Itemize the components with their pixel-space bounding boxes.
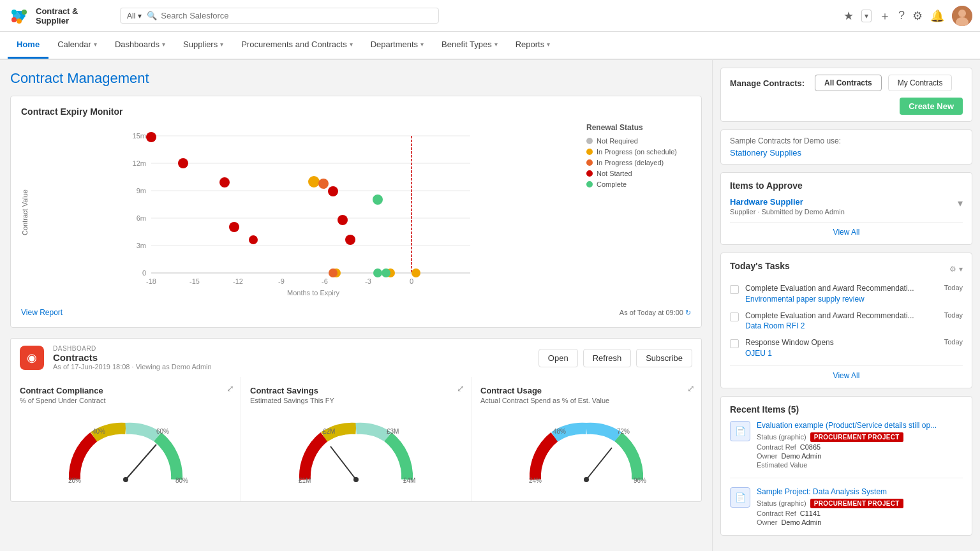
- contract-ref-label-2: Contract Ref: [757, 510, 796, 517]
- svg-text:£1M: £1M: [299, 477, 311, 484]
- nav-departments[interactable]: Departments ▾: [362, 32, 433, 59]
- dashboard-label: DASHBOARD: [53, 345, 530, 352]
- view-report-link[interactable]: View Report: [21, 308, 63, 317]
- sub-nav: Home Calendar ▾ Dashboards ▾ Suppliers ▾…: [0, 32, 980, 60]
- task-link-2[interactable]: Data Room RFI 2: [745, 321, 805, 330]
- task-link-1[interactable]: Environmental paper supply review: [745, 295, 865, 304]
- svg-text:60%: 60%: [156, 428, 169, 435]
- all-contracts-tab[interactable]: All Contracts: [815, 75, 882, 91]
- legend-dot-complete: [586, 181, 593, 187]
- savings-gauge: £1M £2M £3M £4M: [250, 409, 462, 492]
- nav-calendar[interactable]: Calendar ▾: [48, 32, 106, 59]
- help-icon[interactable]: ?: [898, 9, 905, 22]
- hardware-supplier-link[interactable]: Hardware Supplier: [730, 197, 845, 207]
- task-date-3: Today: [944, 338, 963, 346]
- svg-point-36: [338, 215, 348, 225]
- owner-value-2: Demo Admin: [781, 518, 821, 526]
- chart-footer: View Report As of Today at 09:00 ↻: [21, 308, 691, 317]
- recent-items-title: Recent Items (5): [730, 404, 963, 415]
- tasks-view-all-link[interactable]: View All: [730, 365, 963, 380]
- avatar[interactable]: [952, 6, 972, 26]
- refresh-button[interactable]: Refresh: [583, 349, 632, 367]
- items-view-all-link[interactable]: View All: [730, 222, 963, 237]
- scatter-svg: 15m 12m 9m 6m 3m 0 -18 -15 -12 -9 -6: [33, 123, 576, 302]
- legend-complete: Complete: [586, 180, 691, 188]
- favorites-icon[interactable]: ★: [843, 9, 854, 23]
- svg-text:24%: 24%: [529, 477, 542, 484]
- subscribe-button[interactable]: Subscribe: [636, 349, 692, 367]
- owner-value-1: Demo Admin: [781, 452, 821, 460]
- recent-title-2[interactable]: Sample Project: Data Analysis System: [757, 487, 963, 496]
- refresh-icon[interactable]: ↻: [685, 309, 691, 316]
- svg-point-43: [329, 268, 338, 277]
- recent-ref-row-1: Contract Ref C0865: [757, 443, 963, 451]
- task-title-1: Complete Evaluation and Award Recommenda…: [745, 284, 938, 294]
- my-contracts-tab[interactable]: My Contracts: [888, 75, 953, 91]
- expand-savings[interactable]: ⤢: [457, 383, 464, 393]
- task-checkbox-3[interactable]: [730, 339, 739, 348]
- svg-line-63: [586, 448, 612, 480]
- compliance-title: Contract Compliance: [20, 386, 232, 395]
- svg-text:9m: 9m: [137, 187, 146, 195]
- legend-in-progress-delayed: In Progress (delayed): [586, 159, 691, 166]
- as-of-text: As of Today at 09:00 ↻: [620, 309, 691, 317]
- add-icon[interactable]: ＋: [879, 8, 891, 24]
- nav-suppliers[interactable]: Suppliers ▾: [174, 32, 232, 59]
- bell-icon[interactable]: 🔔: [930, 9, 944, 23]
- legend-label-not-required: Not Required: [597, 137, 638, 145]
- dashboard-actions: Open Refresh Subscribe: [538, 349, 692, 367]
- svg-text:-15: -15: [189, 277, 200, 285]
- contract-ref-value-1: C0865: [800, 443, 820, 451]
- usage-title: Contract Usage: [480, 386, 692, 395]
- nav-benefit-types[interactable]: Benefit Types ▾: [433, 32, 507, 59]
- nav-dashboards[interactable]: Dashboards ▾: [106, 32, 174, 59]
- svg-point-58: [353, 477, 359, 482]
- legend-not-required: Not Required: [586, 137, 691, 145]
- svg-text:80%: 80%: [175, 477, 188, 484]
- svg-point-2: [22, 10, 27, 15]
- chevron-down-icon[interactable]: ▾: [958, 197, 963, 209]
- expand-usage[interactable]: ⤢: [687, 383, 695, 393]
- task-checkbox-1[interactable]: [730, 285, 739, 294]
- task-link-3[interactable]: OJEU 1: [745, 349, 772, 358]
- recent-owner-row-1: Owner Demo Admin: [757, 452, 963, 460]
- manage-bar: Manage Contracts: All Contracts My Contr…: [720, 68, 972, 122]
- open-button[interactable]: Open: [538, 349, 578, 367]
- task-date-2: Today: [944, 311, 963, 319]
- dropdown-icon[interactable]: ▾: [861, 10, 872, 22]
- svg-point-41: [412, 268, 420, 277]
- recent-est-row-1: Estimated Value: [757, 461, 963, 469]
- savings-sub: Estimated Savings This FY: [250, 397, 462, 404]
- nav-home[interactable]: Home: [8, 32, 48, 59]
- svg-text:6m: 6m: [137, 214, 146, 222]
- expand-compliance[interactable]: ⤢: [226, 383, 234, 393]
- page-title: Contract Management: [10, 70, 702, 87]
- create-new-button[interactable]: Create New: [900, 98, 963, 115]
- nav-procurements[interactable]: Procurements and Contracts ▾: [232, 32, 361, 59]
- dashboard-name: Contracts: [53, 352, 530, 363]
- search-filter[interactable]: All ▾: [127, 11, 142, 20]
- task-dropdown-icon[interactable]: ▾: [959, 265, 963, 274]
- owner-label-2: Owner: [757, 518, 777, 526]
- stationery-supplies-link[interactable]: Stationery Supplies: [730, 148, 801, 158]
- gauge-compliance: ⤢ Contract Compliance % of Spend Under C…: [11, 377, 241, 501]
- todays-tasks-card: Today's Tasks ⚙ ▾ Complete Evaluation an…: [720, 253, 972, 388]
- svg-point-38: [308, 176, 320, 187]
- chart-legend: Renewal Status Not Required In Progress …: [576, 123, 691, 302]
- svg-text:3m: 3m: [137, 242, 146, 249]
- settings-icon[interactable]: ⚙: [912, 9, 923, 23]
- legend-dot-not-started: [586, 170, 593, 177]
- svg-text:£3M: £3M: [387, 428, 399, 435]
- legend-dot-in-progress-schedule: [586, 149, 593, 155]
- legend-title: Renewal Status: [586, 123, 691, 132]
- gauge-row: ⤢ Contract Compliance % of Spend Under C…: [10, 377, 702, 502]
- search-bar[interactable]: All ▾ 🔍: [120, 8, 439, 24]
- chart-area: Contract Value 15m 12m 9m 6: [21, 123, 691, 302]
- status-label-2: Status (graphic): [757, 499, 806, 507]
- task-filter-icon[interactable]: ⚙: [949, 265, 956, 274]
- legend-dot-not-required: [586, 138, 593, 144]
- nav-reports[interactable]: Reports ▾: [507, 32, 560, 59]
- task-checkbox-2[interactable]: [730, 312, 739, 321]
- search-input[interactable]: [161, 11, 288, 20]
- recent-title-1[interactable]: Evaluation example (Product/Service deta…: [757, 421, 963, 430]
